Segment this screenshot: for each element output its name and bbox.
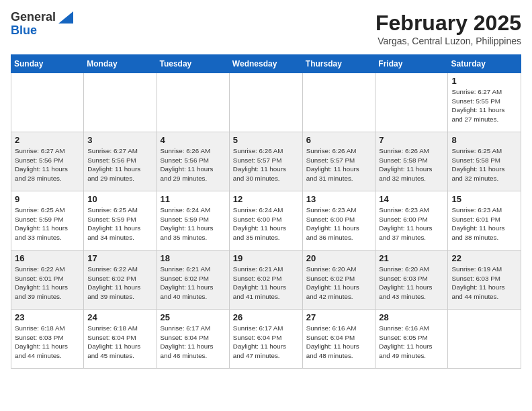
day-info: Sunrise: 6:16 AM Sunset: 6:05 PM Dayligh…: [379, 324, 444, 361]
day-number: 5: [233, 135, 299, 145]
day-number: 8: [451, 135, 517, 145]
day-number: 7: [379, 135, 444, 145]
calendar-cell: 23Sunrise: 6:18 AM Sunset: 6:03 PM Dayli…: [11, 310, 84, 369]
title-block: February 2025 Vargas, Central Luzon, Phi…: [375, 11, 521, 46]
day-info: Sunrise: 6:18 AM Sunset: 6:04 PM Dayligh…: [87, 324, 152, 361]
day-info: Sunrise: 6:26 AM Sunset: 5:57 PM Dayligh…: [233, 146, 299, 183]
calendar-cell: 25Sunrise: 6:17 AM Sunset: 6:04 PM Dayli…: [157, 310, 229, 369]
day-info: Sunrise: 6:27 AM Sunset: 5:56 PM Dayligh…: [15, 146, 80, 183]
day-number: 22: [451, 253, 517, 263]
calendar-cell: 9Sunrise: 6:25 AM Sunset: 5:59 PM Daylig…: [11, 191, 84, 250]
calendar-cell: 12Sunrise: 6:24 AM Sunset: 6:00 PM Dayli…: [229, 191, 302, 250]
day-info: Sunrise: 6:26 AM Sunset: 5:56 PM Dayligh…: [161, 146, 226, 183]
weekday-header-monday: Monday: [84, 55, 157, 73]
calendar-week-row: 1Sunrise: 6:27 AM Sunset: 5:55 PM Daylig…: [11, 73, 521, 132]
day-number: 19: [233, 253, 299, 263]
day-number: 10: [87, 194, 152, 204]
calendar-cell: 22Sunrise: 6:19 AM Sunset: 6:03 PM Dayli…: [448, 250, 521, 310]
calendar-cell: 27Sunrise: 6:16 AM Sunset: 6:04 PM Dayli…: [302, 310, 375, 369]
day-info: Sunrise: 6:24 AM Sunset: 5:59 PM Dayligh…: [161, 205, 226, 242]
day-number: 26: [233, 312, 299, 322]
calendar-cell: [229, 73, 302, 132]
weekday-header-wednesday: Wednesday: [229, 55, 302, 73]
weekday-header-row: SundayMondayTuesdayWednesdayThursdayFrid…: [11, 55, 521, 73]
day-info: Sunrise: 6:25 AM Sunset: 5:59 PM Dayligh…: [15, 205, 80, 242]
calendar-cell: 17Sunrise: 6:22 AM Sunset: 6:02 PM Dayli…: [84, 250, 157, 310]
calendar-table: SundayMondayTuesdayWednesdayThursdayFrid…: [11, 54, 521, 369]
day-info: Sunrise: 6:22 AM Sunset: 6:02 PM Dayligh…: [87, 265, 152, 302]
calendar-cell: 3Sunrise: 6:27 AM Sunset: 5:56 PM Daylig…: [84, 132, 157, 191]
calendar-cell: 16Sunrise: 6:22 AM Sunset: 6:01 PM Dayli…: [11, 250, 84, 310]
day-info: Sunrise: 6:23 AM Sunset: 6:00 PM Dayligh…: [306, 205, 372, 242]
page-header: General Blue February 2025 Vargas, Centr…: [11, 11, 521, 46]
calendar-cell: 20Sunrise: 6:20 AM Sunset: 6:02 PM Dayli…: [302, 250, 375, 310]
day-number: 20: [306, 253, 372, 263]
calendar-cell: [302, 73, 375, 132]
day-number: 24: [87, 312, 152, 322]
day-info: Sunrise: 6:18 AM Sunset: 6:03 PM Dayligh…: [15, 324, 80, 361]
logo: General Blue: [11, 11, 73, 38]
day-number: 6: [306, 135, 372, 145]
calendar-cell: [11, 73, 84, 132]
month-year-title: February 2025: [375, 11, 521, 36]
calendar-cell: [84, 73, 157, 132]
calendar-cell: 2Sunrise: 6:27 AM Sunset: 5:56 PM Daylig…: [11, 132, 84, 191]
calendar-cell: 6Sunrise: 6:26 AM Sunset: 5:57 PM Daylig…: [302, 132, 375, 191]
day-number: 4: [161, 135, 226, 145]
day-info: Sunrise: 6:26 AM Sunset: 5:58 PM Dayligh…: [379, 146, 444, 183]
day-info: Sunrise: 6:17 AM Sunset: 6:04 PM Dayligh…: [233, 324, 299, 361]
calendar-cell: 24Sunrise: 6:18 AM Sunset: 6:04 PM Dayli…: [84, 310, 157, 369]
calendar-week-row: 16Sunrise: 6:22 AM Sunset: 6:01 PM Dayli…: [11, 250, 521, 310]
day-info: Sunrise: 6:27 AM Sunset: 5:55 PM Dayligh…: [451, 87, 517, 124]
day-number: 15: [451, 194, 517, 204]
calendar-cell: [375, 73, 448, 132]
calendar-cell: 18Sunrise: 6:21 AM Sunset: 6:02 PM Dayli…: [157, 250, 229, 310]
calendar-cell: 1Sunrise: 6:27 AM Sunset: 5:55 PM Daylig…: [448, 73, 521, 132]
calendar-cell: 19Sunrise: 6:21 AM Sunset: 6:02 PM Dayli…: [229, 250, 302, 310]
day-number: 17: [87, 253, 152, 263]
day-info: Sunrise: 6:27 AM Sunset: 5:56 PM Dayligh…: [87, 146, 152, 183]
day-info: Sunrise: 6:25 AM Sunset: 5:58 PM Dayligh…: [451, 146, 517, 183]
calendar-cell: 4Sunrise: 6:26 AM Sunset: 5:56 PM Daylig…: [157, 132, 229, 191]
day-number: 11: [161, 194, 226, 204]
calendar-cell: [157, 73, 229, 132]
day-info: Sunrise: 6:23 AM Sunset: 6:01 PM Dayligh…: [451, 205, 517, 242]
day-number: 12: [233, 194, 299, 204]
day-number: 21: [379, 253, 444, 263]
day-info: Sunrise: 6:20 AM Sunset: 6:03 PM Dayligh…: [379, 265, 444, 302]
day-number: 9: [15, 194, 80, 204]
day-number: 27: [306, 312, 372, 322]
logo-triangle-icon: [58, 11, 73, 24]
day-info: Sunrise: 6:21 AM Sunset: 6:02 PM Dayligh…: [161, 265, 226, 302]
svg-marker-0: [58, 11, 73, 24]
day-info: Sunrise: 6:24 AM Sunset: 6:00 PM Dayligh…: [233, 205, 299, 242]
weekday-header-sunday: Sunday: [11, 55, 84, 73]
day-number: 14: [379, 194, 444, 204]
weekday-header-friday: Friday: [375, 55, 448, 73]
day-info: Sunrise: 6:20 AM Sunset: 6:02 PM Dayligh…: [306, 265, 372, 302]
weekday-header-thursday: Thursday: [302, 55, 375, 73]
logo-blue: Blue: [11, 24, 37, 38]
calendar-cell: 5Sunrise: 6:26 AM Sunset: 5:57 PM Daylig…: [229, 132, 302, 191]
day-info: Sunrise: 6:23 AM Sunset: 6:00 PM Dayligh…: [379, 205, 444, 242]
day-number: 18: [161, 253, 226, 263]
day-info: Sunrise: 6:19 AM Sunset: 6:03 PM Dayligh…: [451, 265, 517, 302]
day-info: Sunrise: 6:17 AM Sunset: 6:04 PM Dayligh…: [161, 324, 226, 361]
day-number: 16: [15, 253, 80, 263]
calendar-cell: 10Sunrise: 6:25 AM Sunset: 5:59 PM Dayli…: [84, 191, 157, 250]
calendar-cell: 26Sunrise: 6:17 AM Sunset: 6:04 PM Dayli…: [229, 310, 302, 369]
calendar-week-row: 9Sunrise: 6:25 AM Sunset: 5:59 PM Daylig…: [11, 191, 521, 250]
day-number: 13: [306, 194, 372, 204]
calendar-cell: 8Sunrise: 6:25 AM Sunset: 5:58 PM Daylig…: [448, 132, 521, 191]
day-number: 25: [161, 312, 226, 322]
calendar-cell: 14Sunrise: 6:23 AM Sunset: 6:00 PM Dayli…: [375, 191, 448, 250]
calendar-week-row: 2Sunrise: 6:27 AM Sunset: 5:56 PM Daylig…: [11, 132, 521, 191]
day-info: Sunrise: 6:25 AM Sunset: 5:59 PM Dayligh…: [87, 205, 152, 242]
calendar-cell: 21Sunrise: 6:20 AM Sunset: 6:03 PM Dayli…: [375, 250, 448, 310]
calendar-cell: 15Sunrise: 6:23 AM Sunset: 6:01 PM Dayli…: [448, 191, 521, 250]
day-number: 28: [379, 312, 444, 322]
calendar-cell: [448, 310, 521, 369]
calendar-week-row: 23Sunrise: 6:18 AM Sunset: 6:03 PM Dayli…: [11, 310, 521, 369]
logo-general: General: [11, 11, 56, 24]
calendar-cell: 13Sunrise: 6:23 AM Sunset: 6:00 PM Dayli…: [302, 191, 375, 250]
